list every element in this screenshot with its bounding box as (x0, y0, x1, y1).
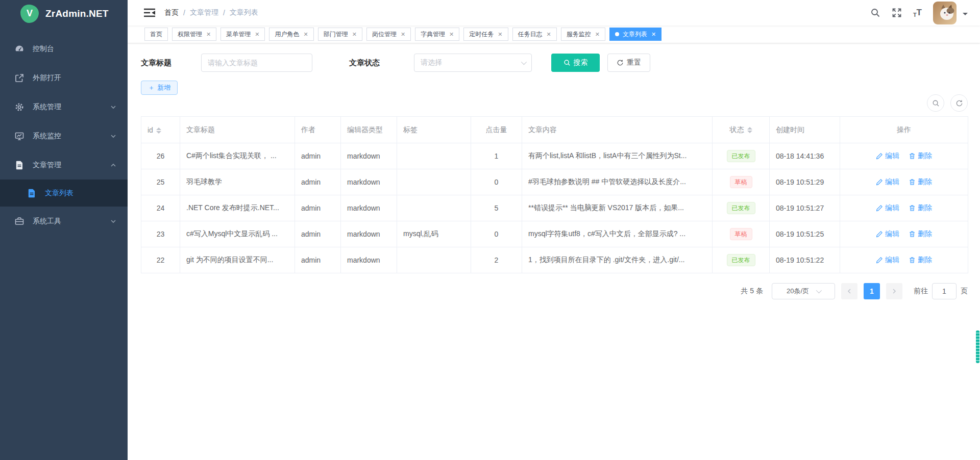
article-title-input[interactable] (201, 54, 312, 72)
add-button[interactable]: ＋ 新增 (141, 81, 178, 95)
tab-close-icon[interactable]: ✕ (547, 32, 551, 37)
tab-task-log[interactable]: 任务日志✕ (512, 28, 557, 41)
tab-post-manage[interactable]: 岗位管理✕ (366, 28, 411, 41)
cell-tag (397, 247, 471, 273)
collapse-sidebar-icon[interactable] (144, 7, 155, 18)
tab-home[interactable]: 首页 (144, 28, 168, 41)
tab-cron-task[interactable]: 定时任务✕ (463, 28, 508, 41)
cell-actions: 编辑 删除 (840, 247, 968, 273)
edit-button[interactable]: 编辑 (876, 151, 899, 161)
tab-article-list[interactable]: 文章列表✕ (609, 28, 662, 41)
search-button[interactable]: 搜索 (551, 54, 600, 72)
sidebar-item-system-manage[interactable]: 系统管理 (0, 92, 128, 121)
sort-icon[interactable] (156, 127, 161, 134)
col-status[interactable]: 状态 (713, 117, 770, 143)
status-badge: 草稿 (730, 228, 752, 240)
table-header-row: id 文章标题 作者 编辑器类型 标签 点击量 文章内容 状态 创建时间 操作 (141, 117, 968, 143)
edit-button[interactable]: 编辑 (876, 255, 899, 265)
tab-permission-manage[interactable]: 权限管理✕ (172, 28, 216, 41)
col-id[interactable]: id (141, 117, 180, 143)
edit-button[interactable]: 编辑 (876, 177, 899, 187)
tab-user-role[interactable]: 用户角色✕ (269, 28, 313, 41)
top-navbar: 首页 / 文章管理 / 文章列表 TT (128, 0, 980, 25)
delete-button[interactable]: 删除 (909, 255, 932, 265)
next-page-button[interactable] (886, 283, 902, 299)
sidebar-item-label: 文章列表 (45, 189, 74, 198)
app-logo[interactable]: V ZrAdmin.NET (0, 0, 128, 27)
cell-actions: 编辑 删除 (840, 221, 968, 247)
article-status-select[interactable]: 请选择 (414, 54, 532, 72)
cell-author: admin (295, 143, 341, 169)
page-number-1[interactable]: 1 (864, 283, 880, 299)
gear-icon (14, 102, 24, 112)
tab-close-icon[interactable]: ✕ (449, 32, 454, 37)
show-search-button[interactable] (927, 94, 944, 112)
sidebar-menu: 控制台 外部打开 系统管理 系统监控 (0, 34, 128, 236)
cell-editor: markdown (341, 247, 397, 273)
font-size-icon[interactable]: TT (913, 8, 922, 18)
cell-clicks: 0 (471, 221, 522, 247)
search-icon[interactable] (870, 8, 880, 18)
status-badge: 已发布 (727, 202, 755, 214)
breadcrumb-home[interactable]: 首页 (164, 8, 179, 17)
trash-icon (909, 205, 916, 212)
sidebar-item-article-manage[interactable]: 文章管理 (0, 150, 128, 180)
goto-page-input[interactable] (932, 283, 957, 299)
cell-editor: markdown (341, 221, 397, 247)
tab-dict-manage[interactable]: 字典管理✕ (415, 28, 459, 41)
sidebar-item-system-tools[interactable]: 系统工具 (0, 207, 128, 236)
cell-tag: mysql,乱码 (397, 221, 471, 247)
edit-icon (876, 152, 883, 160)
cell-author: admin (295, 169, 341, 195)
tab-dept-manage[interactable]: 部门管理✕ (318, 28, 362, 41)
sidebar-item-external-open[interactable]: 外部打开 (0, 63, 128, 92)
cell-time: 08-19 10:51:22 (770, 247, 840, 273)
delete-button[interactable]: 删除 (909, 203, 932, 213)
status-badge: 已发布 (727, 254, 755, 266)
fullscreen-icon[interactable] (892, 8, 902, 18)
refresh-table-button[interactable] (950, 94, 968, 112)
prev-page-button[interactable] (841, 283, 857, 299)
cell-id: 24 (141, 195, 180, 221)
edit-button[interactable]: 编辑 (876, 229, 899, 239)
vertical-scrollbar-thumb[interactable] (976, 330, 979, 363)
tab-close-icon[interactable]: ✕ (303, 32, 308, 37)
page-size-select[interactable]: 20条/页 (772, 283, 835, 299)
breadcrumb-article-manage[interactable]: 文章管理 (190, 8, 218, 17)
tab-close-icon[interactable]: ✕ (401, 32, 405, 37)
delete-button[interactable]: 删除 (909, 177, 932, 187)
cell-content: **错误提示** 当电脑更新 VS2017 版本后，如果... (522, 195, 713, 221)
search-icon (564, 59, 571, 66)
tab-close-icon[interactable]: ✕ (352, 32, 357, 37)
tab-service-monitor[interactable]: 服务监控✕ (561, 28, 605, 41)
sidebar-item-dashboard[interactable]: 控制台 (0, 34, 128, 63)
tab-close-icon[interactable]: ✕ (498, 32, 502, 37)
cell-editor: markdown (341, 143, 397, 169)
tab-close-icon[interactable]: ✕ (206, 32, 211, 37)
cell-content: 1，找到项目所在目录下的 .git/文件夹，进入.git/... (522, 247, 713, 273)
avatar-dropdown-caret-icon[interactable] (963, 13, 968, 18)
table-row: 24 .NET Core 发布时提示.NET... admin markdown… (141, 195, 968, 221)
edit-icon (876, 257, 883, 264)
logo-icon: V (20, 5, 39, 23)
sidebar-item-system-monitor[interactable]: 系统监控 (0, 121, 128, 150)
avatar[interactable] (933, 2, 957, 24)
tab-close-icon[interactable]: ✕ (595, 32, 600, 37)
chevron-left-icon (847, 289, 852, 294)
cell-time: 08-18 14:41:36 (770, 143, 840, 169)
tab-close-icon[interactable]: ✕ (255, 32, 259, 37)
edit-button[interactable]: 编辑 (876, 203, 899, 213)
delete-button[interactable]: 删除 (909, 229, 932, 239)
sidebar-item-article-list[interactable]: 文章列表 (0, 180, 128, 207)
delete-button[interactable]: 删除 (909, 151, 932, 161)
chevron-down-icon (110, 218, 116, 224)
cell-id: 26 (141, 143, 180, 169)
article-title-label: 文章标题 (141, 58, 201, 68)
chevron-down-icon (110, 133, 116, 139)
reset-button[interactable]: 重置 (607, 54, 650, 72)
chevron-down-icon (816, 288, 822, 293)
tab-menu-manage[interactable]: 菜单管理✕ (220, 28, 265, 41)
document-icon (27, 188, 37, 198)
tab-close-icon[interactable]: ✕ (651, 32, 656, 37)
sort-icon[interactable] (747, 127, 752, 133)
